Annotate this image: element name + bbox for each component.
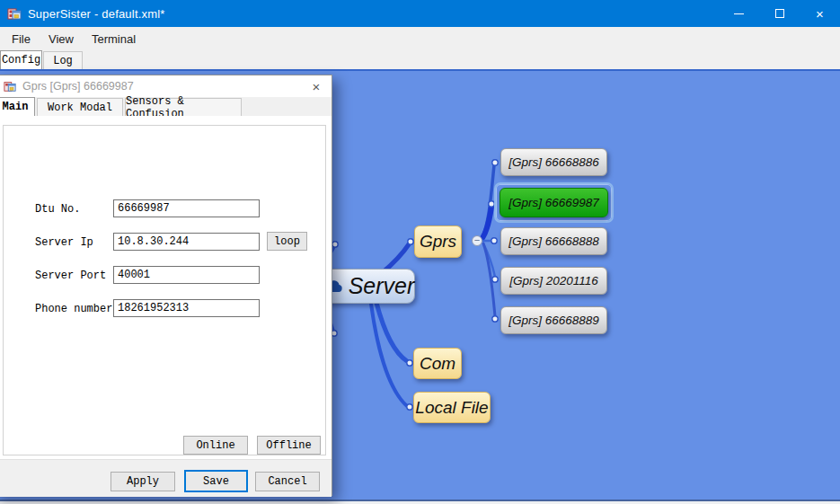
menu-terminal[interactable]: Terminal <box>83 29 145 49</box>
dialog-icon <box>4 80 16 93</box>
dtu-no-input[interactable] <box>113 199 260 217</box>
node-gprs-20201116[interactable]: [Gprs] 20201116 <box>500 267 607 295</box>
apply-button[interactable]: Apply <box>111 472 175 491</box>
dialog-title: Gprs [Gprs] 66669987 <box>22 80 134 93</box>
server-port-input[interactable] <box>113 266 260 284</box>
phone-number-label: Phone number <box>35 303 112 315</box>
maximize-icon <box>775 9 784 18</box>
node-gprs-66668886[interactable]: [Gprs] 66668886 <box>500 148 607 176</box>
offline-button[interactable]: Offline <box>257 436 321 455</box>
application-window: SuperSister - default.xml* × File View T… <box>0 0 840 504</box>
collapse-toggle-icon[interactable]: − <box>472 235 482 246</box>
dialog-title-bar: Gprs [Gprs] 66669987 × <box>0 75 332 97</box>
tab-log[interactable]: Log <box>43 51 83 69</box>
node-local-file[interactable]: Local File <box>413 392 491 423</box>
dialog-body: Dtu No. Server Ip loop Server Port Phone… <box>0 116 332 459</box>
cancel-button[interactable]: Cancel <box>255 472 320 491</box>
window-title: SuperSister - default.xml* <box>28 7 165 21</box>
node-server-label: Server <box>349 273 415 299</box>
selected-node-frame: [Gprs] 66669987 <box>494 182 614 223</box>
menu-file[interactable]: File <box>3 29 40 49</box>
node-server[interactable]: Server <box>321 269 415 304</box>
menu-view[interactable]: View <box>40 29 83 49</box>
dialog-tab-main[interactable]: Main <box>0 97 35 116</box>
close-icon: × <box>816 7 824 21</box>
menu-bar: File View Terminal <box>0 27 840 50</box>
server-ip-input[interactable] <box>113 233 260 251</box>
node-gprs[interactable]: Gprs <box>414 225 462 258</box>
server-ip-label: Server Ip <box>35 236 93 249</box>
server-port-label: Server Port <box>35 270 106 282</box>
gprs-config-dialog: Gprs [Gprs] 66669987 × Main Work Modal S… <box>0 75 332 496</box>
window-controls: × <box>719 0 840 27</box>
dtu-no-label: Dtu No. <box>35 203 80 216</box>
phone-number-input[interactable] <box>113 299 260 317</box>
loop-button[interactable]: loop <box>267 232 307 251</box>
dialog-close-icon: × <box>313 79 321 94</box>
node-gprs-66669987-selected[interactable]: [Gprs] 66669987 <box>500 188 608 217</box>
save-button[interactable]: Save <box>184 470 248 492</box>
dialog-tab-work-modal[interactable]: Work Modal <box>37 98 123 116</box>
title-bar: SuperSister - default.xml* × <box>0 0 840 27</box>
dialog-tab-strip: Main Work Modal Sensors & Confusion <box>0 97 332 116</box>
tabpage-border <box>3 125 326 455</box>
maximize-button[interactable] <box>759 0 800 27</box>
node-com[interactable]: Com <box>413 348 462 379</box>
minimize-button[interactable] <box>719 0 759 27</box>
minimize-icon <box>734 13 744 14</box>
app-icon <box>7 6 22 21</box>
tab-config[interactable]: Config <box>0 50 42 69</box>
node-gprs-66668888[interactable]: [Gprs] 66668888 <box>500 227 607 255</box>
dialog-footer: Apply Save Cancel <box>0 459 332 497</box>
node-gprs-66668889[interactable]: [Gprs] 66668889 <box>500 306 607 334</box>
close-button[interactable]: × <box>800 0 840 27</box>
dialog-close-button[interactable]: × <box>308 78 324 94</box>
dialog-tab-sensors-confusion[interactable]: Sensors & Confusion <box>125 98 242 116</box>
online-button[interactable]: Online <box>183 436 248 455</box>
window-bottom-edge <box>0 500 840 504</box>
main-tab-strip: Config Log <box>0 50 840 69</box>
